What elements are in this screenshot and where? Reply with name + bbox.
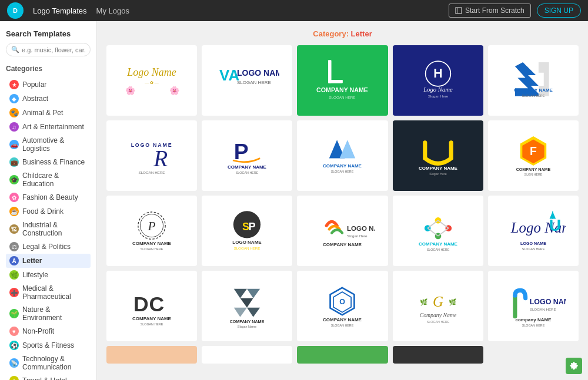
cat-label-non-profit: Non-Profit bbox=[22, 327, 54, 335]
app-logo[interactable]: D bbox=[7, 2, 24, 19]
logo-svg-10: F COMPANY NAME SLGN HERE bbox=[492, 126, 575, 185]
logo-card-6[interactable]: LOGO NAME R SLOGAN HERE bbox=[106, 120, 197, 191]
logo-card-1[interactable]: Logo Name — ✿ — 🌸 🌸 bbox=[106, 45, 197, 116]
svg-text:Company Name: Company Name bbox=[419, 312, 456, 318]
cat-icon-travel-hotel: ✈ bbox=[9, 376, 19, 380]
category-art-entertainment[interactable]: ♫ Art & Entertainment bbox=[6, 120, 91, 134]
category-industrial-construction[interactable]: 🏗 Industrial & Construction bbox=[6, 218, 91, 240]
signup-button[interactable]: SIGN UP bbox=[537, 4, 581, 18]
logo-card-13[interactable]: LOGO NAME Slogan Here COMPANY NAME bbox=[297, 196, 387, 266]
logo-card-17[interactable]: COMPANY NAME Slogan Name bbox=[202, 271, 292, 341]
settings-button[interactable] bbox=[566, 358, 582, 374]
category-lifestyle[interactable]: 🌿 Lifestyle bbox=[6, 268, 91, 282]
logo-card-bottom-4[interactable] bbox=[393, 346, 483, 364]
category-nature-environment[interactable]: 🌱 Nature & Environment bbox=[6, 303, 91, 324]
cat-label-popular: Popular bbox=[22, 80, 46, 89]
cat-label-letter: Letter bbox=[22, 257, 42, 265]
svg-marker-77 bbox=[240, 298, 253, 308]
category-business-finance[interactable]: 💼 Business & Finance bbox=[6, 155, 91, 169]
svg-text:LOGO NAME: LOGO NAME bbox=[520, 241, 546, 246]
nav-logo-templates[interactable]: Logo Templates bbox=[33, 6, 87, 15]
category-medical-pharmaceutical[interactable]: ➕ Medical & Pharmaceutical bbox=[6, 282, 91, 303]
category-fashion-beauty[interactable]: ✿ Fashion & Beauty bbox=[6, 190, 91, 204]
logo-grid-row4: D C COMPANY NAME SLOGAN HERE bbox=[106, 271, 579, 341]
svg-text:COMPANY NAME: COMPANY NAME bbox=[323, 317, 363, 322]
svg-text:SLOGAN HERE: SLOGAN HERE bbox=[530, 307, 556, 311]
cat-icon-business-finance: 💼 bbox=[9, 157, 19, 167]
logo-card-12[interactable]: S P LOGO NAME SLOGAN HERE bbox=[202, 196, 292, 266]
svg-text:SLOGAN HERE: SLOGAN HERE bbox=[139, 170, 165, 174]
svg-text:SLOGAN HERE: SLOGAN HERE bbox=[522, 94, 545, 97]
category-technology-communication[interactable]: 📡 Technology & Communication bbox=[6, 352, 91, 374]
svg-rect-14 bbox=[328, 80, 343, 83]
category-non-profit[interactable]: ♥ Non-Profit bbox=[6, 324, 91, 338]
svg-text:Slogan Name: Slogan Name bbox=[238, 325, 256, 328]
category-sports-fitness[interactable]: ⚽ Sports & Fitness bbox=[6, 338, 91, 352]
start-from-scratch-button[interactable]: Start From Scratch bbox=[449, 4, 531, 18]
nav-my-logos[interactable]: My Logos bbox=[96, 6, 129, 15]
category-letter[interactable]: A Letter bbox=[6, 254, 91, 268]
cat-icon-medical-pharmaceutical: ➕ bbox=[9, 288, 19, 297]
logo-svg-18: O COMPANY NAME SLOGAN HERE bbox=[300, 277, 384, 335]
logo-card-15[interactable]: Logo Name U LOGO NAME SLOGAN HERE bbox=[488, 196, 579, 266]
logo-card-18[interactable]: O COMPANY NAME SLOGAN HERE bbox=[297, 271, 387, 341]
svg-line-61 bbox=[427, 228, 438, 236]
logo-card-19[interactable]: 🌿 🌿 G Company Name SLOGAN HERE bbox=[393, 271, 483, 341]
logo-card-11[interactable]: P COMPANY NAME SLOGAN HERE bbox=[106, 196, 197, 266]
category-popular[interactable]: ★ Popular bbox=[6, 78, 91, 92]
logo-card-5[interactable]: COMPANY NAME SLOGAN HERE bbox=[488, 45, 579, 116]
logo-card-4[interactable]: H Logo Name Slogan Here bbox=[393, 45, 483, 116]
svg-text:SLOGAN HERE: SLOGAN HERE bbox=[522, 324, 545, 327]
logo-svg-1: Logo Name — ✿ — 🌸 🌸 bbox=[110, 51, 193, 110]
category-childcare-education[interactable]: 🎓 Childcare & Education bbox=[6, 169, 91, 190]
search-title: Search Templates bbox=[6, 29, 91, 38]
cat-label-animal-pet: Animal & Pet bbox=[22, 109, 63, 117]
cat-icon-lifestyle: 🌿 bbox=[9, 270, 19, 280]
search-input[interactable] bbox=[22, 46, 85, 53]
category-food-drink[interactable]: ☕ Food & Drink bbox=[6, 204, 91, 218]
logo-svg-17: COMPANY NAME Slogan Name bbox=[205, 277, 289, 335]
logo-card-7[interactable]: P COMPANY NAME SLOGAN HERE bbox=[202, 120, 292, 191]
cat-icon-fashion-beauty: ✿ bbox=[9, 193, 19, 202]
logo-svg-6: LOGO NAME R SLOGAN HERE bbox=[110, 126, 193, 185]
svg-text:COMPANY NAME: COMPANY NAME bbox=[228, 164, 267, 170]
logo-card-9[interactable]: COMPANY NAME Slogan Here bbox=[393, 120, 483, 191]
cat-label-legal-politics: Legal & Politics bbox=[22, 243, 71, 251]
search-box[interactable]: 🔍 bbox=[6, 43, 91, 56]
cat-label-travel-hotel: Travel & Hotel bbox=[22, 376, 67, 380]
logo-card-bottom-2[interactable] bbox=[202, 346, 292, 364]
cat-icon-industrial-construction: 🏗 bbox=[9, 224, 19, 234]
logo-card-bottom-3[interactable] bbox=[297, 346, 387, 364]
cat-label-sports-fitness: Sports & Fitness bbox=[22, 341, 74, 349]
logo-card-3[interactable]: COMPANY NAME SLOGAN HERE bbox=[297, 45, 387, 116]
category-travel-hotel[interactable]: ✈ Travel & Hotel bbox=[6, 374, 91, 380]
logo-card-10[interactable]: F COMPANY NAME SLGN HERE bbox=[488, 120, 579, 191]
category-legal-politics[interactable]: ⚖ Legal & Politics bbox=[6, 240, 91, 254]
logo-card-bottom-1[interactable] bbox=[106, 346, 197, 364]
logo-card-bottom-5[interactable] bbox=[488, 346, 579, 364]
category-abstract[interactable]: ◆ Abstract bbox=[6, 92, 91, 106]
svg-text:SLOGAN HERE: SLOGAN HERE bbox=[329, 95, 356, 99]
category-prefix: Category: bbox=[313, 29, 350, 38]
svg-text:SLOGAN HERE: SLOGAN HERE bbox=[522, 247, 545, 251]
logo-svg-11: P COMPANY NAME SLOGAN HERE bbox=[110, 201, 193, 260]
cat-icon-letter: A bbox=[9, 256, 19, 265]
svg-text:P: P bbox=[148, 219, 156, 233]
logo-card-8[interactable]: COMPANY NAME SLOGAN HERE bbox=[297, 120, 387, 191]
svg-text:R: R bbox=[153, 146, 168, 171]
logo-card-16[interactable]: D C COMPANY NAME SLOGAN HERE bbox=[106, 271, 197, 341]
logo-card-2[interactable]: VA LOGO NAME SLOGAN HERE bbox=[202, 45, 292, 116]
cat-icon-art-entertainment: ♫ bbox=[9, 122, 19, 132]
category-animal-pet[interactable]: 🐾 Animal & Pet bbox=[6, 106, 91, 120]
logo-svg-16: D C COMPANY NAME SLOGAN HERE bbox=[110, 277, 193, 335]
logo-card-14[interactable]: COMPANY NAME SLOGAN HERE bbox=[393, 196, 483, 266]
svg-marker-79 bbox=[247, 308, 260, 317]
svg-text:COMPANY NAME: COMPANY NAME bbox=[132, 241, 172, 246]
logo-card-20[interactable]: LOGO NAME SLOGAN HERE company NAME SLOGA… bbox=[488, 271, 579, 341]
svg-text:SLOGAN HERE: SLOGAN HERE bbox=[141, 247, 163, 251]
logo-svg-4: H Logo Name Slogan Here bbox=[396, 51, 480, 110]
sidebar: Search Templates 🔍 Categories ★ Popular … bbox=[0, 21, 97, 380]
category-automotive-logistics[interactable]: 🚗 Automotive & Logistics bbox=[6, 134, 91, 155]
content-area: Category: Letter Logo Name — ✿ — 🌸 🌸 bbox=[97, 21, 588, 380]
svg-text:🌿: 🌿 bbox=[448, 298, 456, 306]
